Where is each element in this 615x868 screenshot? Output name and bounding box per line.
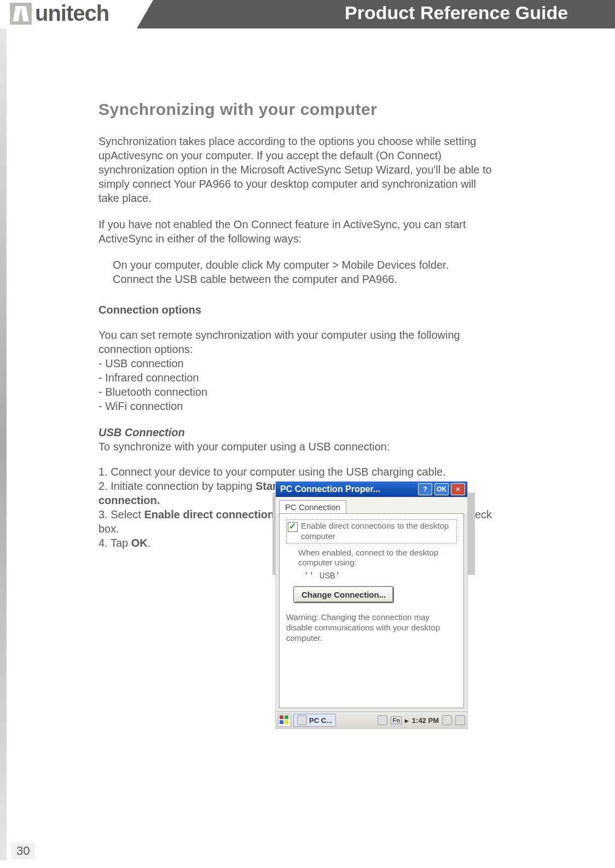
tab-pc-connection[interactable]: PC Connection	[279, 500, 346, 513]
connection-options-intro: You can set remote synchronization with …	[98, 328, 492, 356]
window-title: PC Connection Proper...	[280, 484, 416, 494]
step-bold: OK	[131, 537, 148, 549]
way-item: Connect the USB cable between the comput…	[113, 272, 492, 286]
intro-paragraph-2: If you have not enabled the On Connect f…	[98, 217, 492, 246]
system-tray: Fn ▸ 1:42 PM	[378, 715, 465, 725]
fn-indicator: Fn	[391, 716, 401, 724]
change-connection-button[interactable]: Change Connection...	[294, 587, 393, 603]
way-item: On your computer, double click My comput…	[113, 258, 492, 272]
page-number: 30	[11, 843, 35, 859]
connection-options-list: USB connection Infrared connection Bluet…	[98, 356, 492, 413]
section-title: Synchronizing with your computer	[98, 99, 492, 120]
app-icon	[297, 715, 307, 725]
close-button[interactable]: ×	[451, 483, 465, 495]
checkbox-label: Enable direct connections to the desktop…	[301, 521, 455, 542]
intro-paragraph-1: Synchronization takes place according to…	[98, 134, 492, 205]
step-text: 3. Select	[98, 508, 144, 520]
ways-list: On your computer, double click My comput…	[98, 258, 492, 286]
step-1: 1. Connect your device to your computer …	[98, 465, 492, 479]
step-text: 2. Initiate connection by tapping	[98, 480, 256, 492]
when-enabled-text: When enabled, connect to the desktop com…	[286, 548, 457, 569]
step-text: 4. Tap	[98, 537, 131, 549]
enable-direct-connections-row[interactable]: Enable direct connections to the desktop…	[286, 519, 457, 543]
brand-name: unitech	[35, 1, 109, 26]
windows-flag-icon	[280, 715, 288, 724]
ok-button[interactable]: OK	[434, 483, 449, 495]
dialog-panel: Enable direct connections to the desktop…	[279, 513, 464, 708]
device-screenshot: PC Connection Proper... ? OK × PC Connec…	[276, 482, 467, 728]
page-header: unitech Product Reference Guide	[0, 0, 615, 28]
taskbar-app[interactable]: PC C...	[293, 714, 336, 727]
connection-option: USB connection	[98, 356, 492, 371]
header-banner: Product Reference Guide	[153, 0, 615, 28]
connection-value: '' USB'	[286, 571, 457, 581]
window-titlebar: PC Connection Proper... ? OK ×	[276, 482, 467, 497]
brand-logo: unitech	[10, 1, 109, 26]
document-title: Product Reference Guide	[345, 2, 568, 24]
tray-icon[interactable]	[442, 715, 452, 725]
left-edge-stripe	[0, 28, 7, 860]
clock: 1:42 PM	[412, 716, 439, 725]
usb-connection-intro: To synchronize with your computer using …	[98, 439, 492, 454]
taskbar: PC C... Fn ▸ 1:42 PM	[276, 711, 467, 728]
taskbar-app-label: PC C...	[309, 716, 332, 725]
connection-option: Infrared connection	[98, 371, 492, 385]
checkbox-checked-icon[interactable]	[288, 522, 298, 532]
warning-text: Warning: Changing the connection may dis…	[286, 612, 457, 643]
start-button[interactable]	[278, 714, 291, 727]
connection-option: WiFi connection	[98, 399, 492, 413]
tray-arrow-icon: ▸	[405, 716, 409, 725]
tab-bar: PC Connection	[276, 497, 467, 513]
logo-mark-icon	[10, 3, 32, 25]
tray-icon[interactable]	[378, 715, 387, 725]
usb-connection-heading: USB Connection	[98, 425, 492, 439]
help-button[interactable]: ?	[418, 483, 432, 495]
connection-options-heading: Connection options	[98, 303, 492, 317]
tray-icon[interactable]	[455, 715, 465, 725]
step-text: .	[148, 537, 151, 549]
connection-option: Bluetooth connection	[98, 385, 492, 399]
